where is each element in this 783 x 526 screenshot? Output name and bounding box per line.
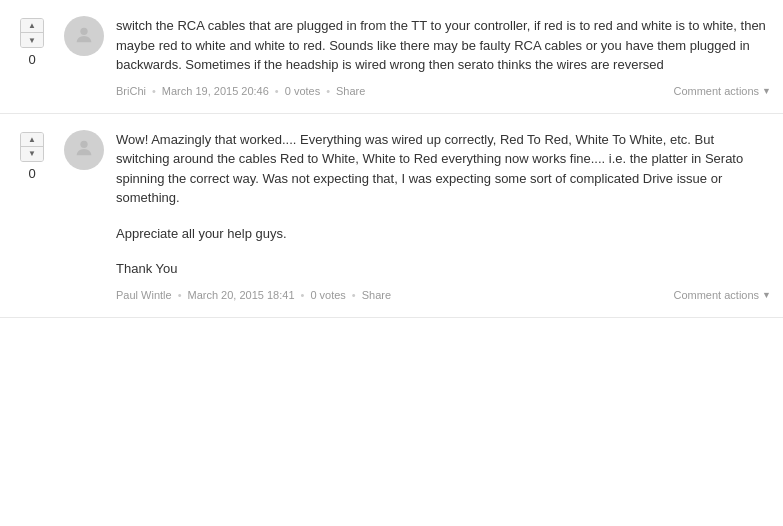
comment-paragraph-2: Appreciate all your help guys.: [116, 224, 771, 244]
comment-meta: BriChi • March 19, 2015 20:46 • 0 votes …: [116, 85, 771, 97]
dropdown-arrow-icon: ▼: [762, 86, 771, 96]
avatar-2: [64, 130, 104, 170]
share-link[interactable]: Share: [336, 85, 365, 97]
vote-up-button[interactable]: ▲: [21, 19, 43, 33]
meta-dot: •: [152, 85, 156, 97]
comment-text: switch the RCA cables that are plugged i…: [116, 16, 771, 75]
comment-actions-button[interactable]: Comment actions ▼: [673, 85, 771, 97]
comment-actions-label: Comment actions: [673, 85, 759, 97]
dropdown-arrow-icon-2: ▼: [762, 290, 771, 300]
vote-section-2: ▲ ▼ 0: [12, 130, 52, 301]
user-icon: [73, 24, 95, 49]
vote-down-button-2[interactable]: ▼: [21, 147, 43, 161]
thank-you-text: Thank You: [116, 261, 177, 276]
share-link-2[interactable]: Share: [362, 289, 391, 301]
vote-arrows: ▲ ▼: [20, 18, 44, 48]
comment-actions-label-2: Comment actions: [673, 289, 759, 301]
comment-paragraph-3: Thank You: [116, 259, 771, 279]
vote-section: ▲ ▼ 0: [12, 16, 52, 97]
comment-paragraph-1: Wow! Amazingly that worked.... Everythin…: [116, 130, 771, 208]
meta-dot-4: •: [178, 289, 182, 301]
comment-content: switch the RCA cables that are plugged i…: [116, 16, 771, 97]
comment-text-main: Wow! Amazingly that worked.... Everythin…: [116, 130, 771, 279]
vote-down-button[interactable]: ▼: [21, 33, 43, 47]
vote-count-2: 0: [28, 166, 35, 181]
meta-dot-5: •: [301, 289, 305, 301]
comment-content-2: Wow! Amazingly that worked.... Everythin…: [116, 130, 771, 301]
vote-count: 0: [28, 52, 35, 67]
svg-point-0: [80, 27, 87, 34]
svg-point-1: [80, 141, 87, 148]
user-icon-2: [73, 137, 95, 162]
meta-dot-3: •: [326, 85, 330, 97]
comment-meta-2: Paul Wintle • March 20, 2015 18:41 • 0 v…: [116, 289, 771, 301]
comment-actions-button-2[interactable]: Comment actions ▼: [673, 289, 771, 301]
comment-item: ▲ ▼ 0 switch the RCA cables that are plu…: [0, 0, 783, 114]
vote-arrows-2: ▲ ▼: [20, 132, 44, 162]
vote-label-2: 0 votes: [310, 289, 345, 301]
comment-date-2: March 20, 2015 18:41: [188, 289, 295, 301]
comment-date: March 19, 2015 20:46: [162, 85, 269, 97]
meta-dot-6: •: [352, 289, 356, 301]
vote-label: 0 votes: [285, 85, 320, 97]
avatar: [64, 16, 104, 56]
meta-dot-2: •: [275, 85, 279, 97]
vote-up-button-2[interactable]: ▲: [21, 133, 43, 147]
comment-author-2: Paul Wintle: [116, 289, 172, 301]
comment-item-2: ▲ ▼ 0 Wow! Amazingly that worked.... Eve…: [0, 114, 783, 318]
comment-author: BriChi: [116, 85, 146, 97]
